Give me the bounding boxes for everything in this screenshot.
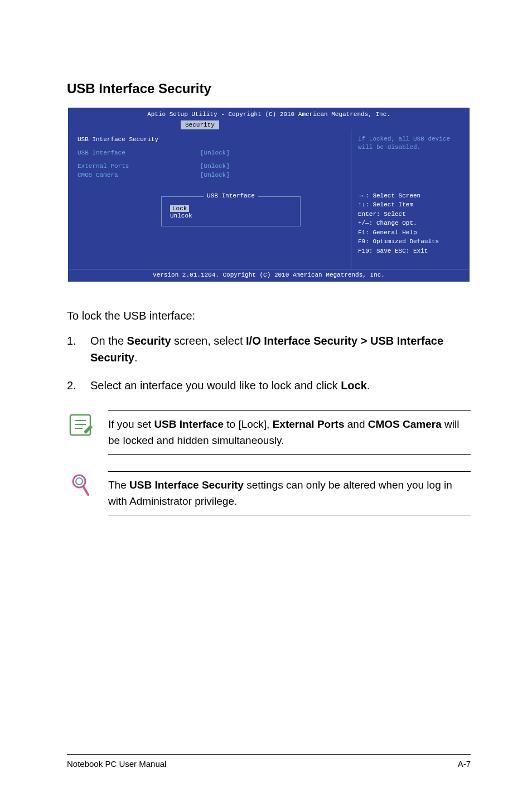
bios-nav-line: →←: Select Screen: [358, 191, 462, 201]
bios-popup-option-selected: Lock: [170, 205, 189, 212]
page-footer: Notebook PC User Manual A-7: [67, 754, 471, 769]
note-text: The USB Interface Security settings can …: [108, 471, 471, 515]
list-number: 1.: [67, 332, 90, 366]
text: .: [367, 379, 370, 392]
bios-nav-line: F1: General Help: [358, 228, 462, 238]
bios-left-panel: USB Interface Security USB Interface [Un…: [69, 129, 351, 269]
svg-line-6: [83, 486, 88, 495]
notepad-icon: [67, 410, 95, 438]
bios-setting-value: [Unlock]: [200, 163, 230, 170]
bios-popup: USB Interface Lock Unlcok: [161, 196, 301, 226]
bold-text: USB Interface Security: [129, 479, 244, 491]
bios-nav-line: Enter: Select: [358, 210, 462, 219]
bios-setting-label: USB Interface: [78, 149, 200, 156]
note-text: If you set USB Interface to [Lock], Exte…: [108, 410, 471, 455]
text: The: [108, 479, 129, 491]
note-box: If you set USB Interface to [Lock], Exte…: [67, 410, 471, 455]
bios-nav-line: F10: Save ESC: Exit: [358, 247, 462, 256]
bios-nav-help: →←: Select Screen ↑↓: Select Item Enter:…: [358, 191, 462, 256]
footer-right: A-7: [458, 759, 471, 769]
text: If you set: [108, 418, 154, 430]
bold-text: External Ports: [273, 418, 345, 430]
list-item: 2. Select an interface you would like to…: [67, 377, 471, 394]
note-box: The USB Interface Security settings can …: [67, 471, 471, 515]
text: Select an interface you would like to lo…: [90, 379, 341, 392]
bios-popup-title: USB Interface: [204, 192, 258, 199]
bold-text: CMOS Camera: [368, 418, 442, 430]
bios-setting-value: [Unlock]: [200, 172, 230, 178]
bios-right-panel: If Locked, all USB device will be disabl…: [351, 129, 468, 269]
section-heading: USB Interface Security: [67, 81, 471, 96]
list-item: 1. On the Security screen, select I/O In…: [67, 332, 471, 366]
bios-setting-value: [Unlock]: [200, 149, 230, 156]
bios-setting-row: External Ports [Unlock]: [78, 162, 342, 171]
text: and: [344, 418, 367, 430]
bold-text: Security: [127, 335, 171, 347]
bios-setting-row: USB Interface [Unlock]: [78, 148, 342, 157]
bios-nav-line: +/—: Change Opt.: [358, 219, 462, 228]
bios-nav-line: F9: Optimized Defaults: [358, 237, 462, 247]
bios-footer: Version 2.01.1204. Copyright (C) 2010 Am…: [69, 269, 468, 281]
bios-setting-label: External Ports: [78, 163, 200, 170]
bios-popup-option: Unlcok: [170, 212, 292, 219]
text: to [Lock],: [224, 418, 273, 430]
svg-point-5: [76, 478, 83, 485]
bios-tab-security: Security: [181, 120, 219, 129]
footer-left: Notebook PC User Manual: [67, 759, 166, 769]
instruction-list: 1. On the Security screen, select I/O In…: [67, 332, 471, 394]
bold-text: Lock: [341, 379, 367, 392]
bios-setting-row: CMOS Camera [Unlock]: [78, 171, 342, 180]
bios-screenshot: Aptio Setup Utility - Copyright (C) 2010…: [68, 108, 470, 282]
bios-setting-label: CMOS Camera: [78, 172, 200, 178]
instruction-lead: To lock the USB interface:: [67, 310, 471, 322]
bios-title: Aptio Setup Utility - Copyright (C) 2010…: [69, 109, 468, 119]
bios-help-text: If Locked, all USB device will be disabl…: [358, 135, 462, 152]
text: screen, select: [171, 335, 246, 347]
magnifier-icon: [67, 471, 95, 499]
bios-page-title: USB Interface Security: [78, 136, 200, 143]
list-number: 2.: [67, 377, 90, 394]
text: On the: [90, 335, 127, 347]
bold-text: USB Interface: [154, 418, 224, 430]
text: .: [134, 351, 138, 364]
bios-nav-line: ↑↓: Select Item: [358, 200, 462, 210]
